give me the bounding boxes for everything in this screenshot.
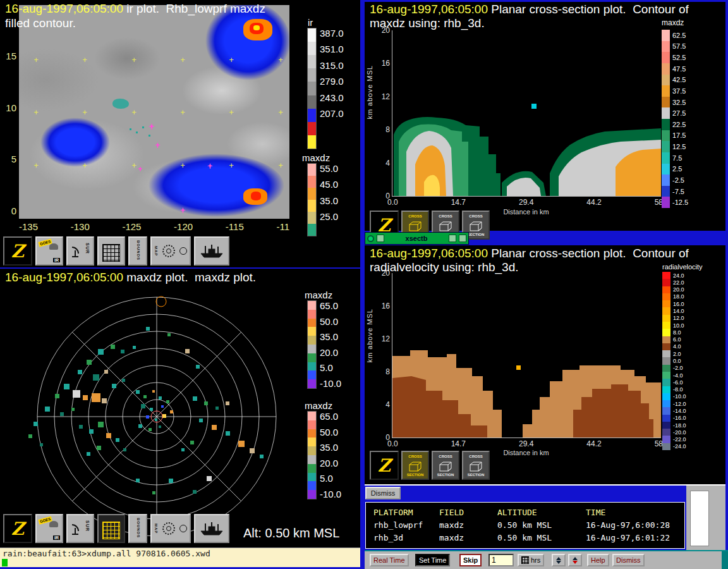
dismiss-button-small[interactable]: Dismiss <box>365 487 401 499</box>
colorbar-tick: 12.5 <box>672 143 686 150</box>
ship-platform-button[interactable] <box>194 514 229 543</box>
xsectb-titlebar[interactable]: xsectb <box>365 232 469 245</box>
colorbar-row: -16.0 <box>662 415 686 422</box>
colorbar-swatch <box>662 372 670 379</box>
real-time-button[interactable]: Real Time <box>370 554 409 566</box>
bounds-button[interactable]: BOUNDS <box>128 236 147 266</box>
dismiss-button[interactable]: Dismiss <box>612 554 645 566</box>
goes-ir-button[interactable]: GOES IR <box>35 236 63 266</box>
set-time-button[interactable]: Set Time <box>415 554 450 566</box>
radar-echo <box>123 448 126 451</box>
colorbar-row: 24.0 <box>662 272 686 279</box>
colorbar-tick: -14.0 <box>673 408 686 414</box>
ship-platform-button[interactable] <box>194 236 229 266</box>
skip-button[interactable]: Skip <box>459 554 482 566</box>
colorbar-swatch <box>662 379 670 386</box>
timestamp: 16-aug-1997,06:05:00 <box>370 3 488 16</box>
radar-echo <box>190 441 194 444</box>
radar-echo <box>83 395 88 400</box>
panel-title-line2: filled contour. <box>5 16 76 30</box>
latlon-grid-mark: + <box>180 161 185 170</box>
cube-icon <box>468 220 483 233</box>
window-indicator-icon[interactable] <box>367 235 374 242</box>
surveillance-radar-button[interactable]: SUR <box>66 236 94 266</box>
cube-icon <box>408 460 423 473</box>
grid-icon <box>102 522 120 539</box>
radar-echo <box>79 425 83 429</box>
platform-marker-icon <box>207 163 213 169</box>
cross-section-button-3[interactable]: CROSS SECTION <box>462 451 490 480</box>
radar-echo <box>78 370 82 374</box>
radar-echo <box>112 384 116 388</box>
map-overlay-button[interactable]: MAP <box>150 236 191 266</box>
contour-plot-maxdz[interactable] <box>392 30 661 197</box>
map-overlay-button[interactable]: MAP <box>150 514 191 543</box>
colorbar-swatch <box>662 350 670 357</box>
grid-overlay-button-active[interactable] <box>97 514 125 543</box>
window-menu-icon[interactable] <box>377 235 384 242</box>
bounds-button[interactable]: BOUNDS <box>128 514 147 543</box>
xsection-velocity-window: 16-aug-1997,06:05:00 Planar cross-sectio… <box>365 245 725 486</box>
title-text: Planar cross-section plot. Contour of <box>488 3 689 16</box>
colorbar-swatch <box>662 365 670 372</box>
colorbar-row: 8.0 <box>662 329 686 336</box>
step-back-button[interactable] <box>568 554 582 566</box>
radar-echo <box>73 390 80 398</box>
cross-section-button-1-active[interactable]: CROSS SECTION <box>401 451 429 480</box>
colorbar-tick: -10.0 <box>320 489 341 499</box>
table-row[interactable]: rhb_lowprfmaxdz0.50 km MSL16-Aug-97,6:00… <box>366 518 684 531</box>
contour-plot-velocity[interactable] <box>392 273 661 438</box>
down-arrow-icon <box>556 561 561 564</box>
radar-echo <box>121 350 124 353</box>
window-maximize-icon[interactable] <box>459 235 466 242</box>
ir-colorbar: 387.0351.0315.0279.0243.0207.0 <box>307 28 344 149</box>
zebra-menu-button[interactable]: Z <box>3 514 32 543</box>
window-iconify-icon[interactable] <box>449 235 456 242</box>
zebra-menu-button[interactable]: Z <box>3 236 32 266</box>
tick-label: 8 <box>385 367 390 376</box>
colorbar-row: -7.5 <box>662 186 688 197</box>
col-time: TIME <box>586 508 681 517</box>
table-row[interactable]: rhb_3dmaxdz0.50 km MSL16-Aug-97,6:01:22 <box>366 531 684 544</box>
table-cell: maxdz <box>439 533 497 542</box>
colorbar-swatch <box>662 164 670 175</box>
colorbar-tick: 57.5 <box>672 42 686 50</box>
cross-section-button-2[interactable]: CROSS SECTION <box>432 451 459 480</box>
goes-ir-button[interactable]: GOES IR <box>35 514 63 543</box>
radar-echo <box>87 452 90 456</box>
colorbar-tick: 18.0 <box>673 293 684 300</box>
satellite-image[interactable]: ++++++++++++++++++ <box>19 5 289 219</box>
zebra-logo: Z <box>11 518 24 539</box>
sur-label: SUR <box>85 520 90 532</box>
colorbar-tick: 47.5 <box>672 65 686 73</box>
calendar-grid-icon <box>521 556 529 564</box>
terminal-window[interactable]: rain:beaufait:63>xdump.all 970816.0605.x… <box>0 548 360 567</box>
colorbar-row: 14.0 <box>662 307 686 314</box>
radar-echo <box>104 370 108 374</box>
colorbar-segment <box>308 109 316 122</box>
cube-icon <box>438 460 453 473</box>
zebra-menu-button[interactable]: Z <box>370 451 399 480</box>
scrollbar[interactable] <box>690 491 709 546</box>
tick-label: -125 <box>122 221 141 232</box>
colorbar-swatch <box>662 119 670 130</box>
colorbar-tick: 14.0 <box>673 308 684 314</box>
colorbar-tick: -8.0 <box>673 386 683 393</box>
colorbar-swatch <box>662 279 670 286</box>
radar-ppi-display[interactable] <box>3 289 306 541</box>
hours-unit-button[interactable]: hrs <box>518 554 544 566</box>
step-forward-button[interactable] <box>552 554 566 566</box>
colorbar-swatch <box>662 85 670 97</box>
surveillance-radar-button[interactable]: SUR <box>66 514 94 543</box>
colorbar-segment <box>308 490 316 499</box>
radar-echo <box>89 429 94 434</box>
xsectb-title: xsectb <box>387 235 446 242</box>
skip-value-field[interactable] <box>488 554 514 566</box>
radar-echo <box>40 443 43 446</box>
colorbar-segment <box>308 420 316 429</box>
help-button[interactable]: Help <box>587 554 609 566</box>
radar-echo <box>146 415 149 419</box>
radar-echo <box>159 425 161 428</box>
latlon-grid-mark: + <box>229 56 233 64</box>
grid-overlay-button[interactable] <box>97 236 125 266</box>
